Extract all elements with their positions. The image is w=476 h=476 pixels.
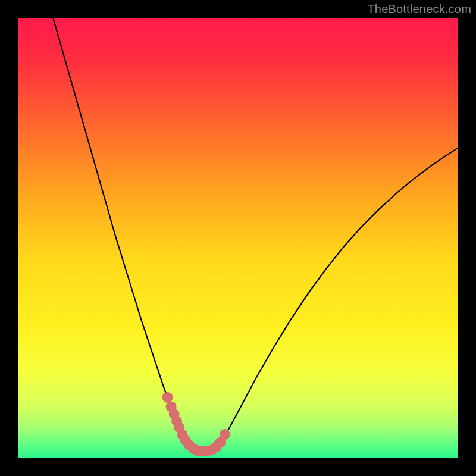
data-point [162, 392, 173, 403]
chart-frame: TheBottleneck.com [0, 0, 476, 476]
data-point [220, 429, 230, 440]
gradient-background [18, 18, 458, 458]
chart-svg [18, 18, 458, 458]
plot-area [18, 18, 458, 458]
watermark-text: TheBottleneck.com [367, 2, 471, 16]
